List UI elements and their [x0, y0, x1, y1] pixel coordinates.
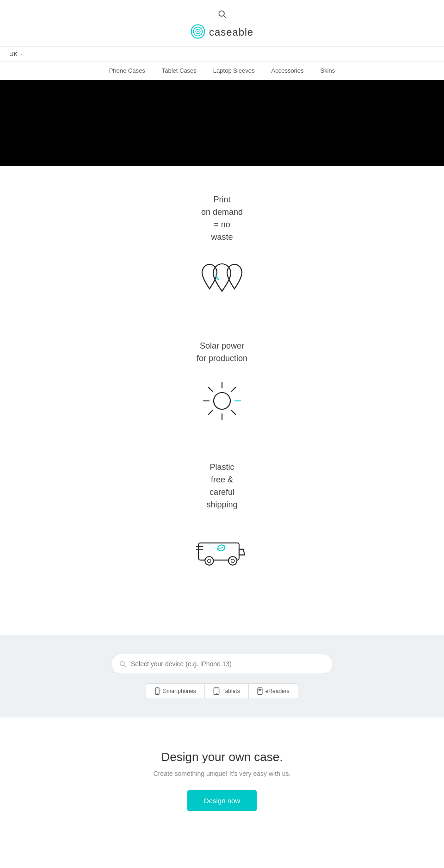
site-logo[interactable]: caseable — [191, 24, 253, 41]
locale-label: UK — [9, 50, 18, 57]
feature-title-print: Printon demand= nowaste — [201, 194, 243, 244]
ereader-icon — [257, 687, 263, 695]
eco-delivery-icon — [194, 524, 250, 570]
main-nav: Phone CasesTablet CasesLaptop SleevesAcc… — [0, 61, 444, 80]
device-search-section: Smartphones Tablets eReaders — [0, 635, 444, 718]
nav-item-accessories[interactable]: Accessories — [271, 67, 303, 74]
tab-ereaders[interactable]: eReaders — [249, 684, 298, 699]
svg-line-24 — [124, 665, 126, 667]
feature-print-on-demand: Printon demand= nowaste — [157, 194, 287, 303]
svg-point-19 — [208, 559, 211, 562]
features-section: Printon demand= nowaste Solar powerfor p… — [0, 166, 444, 635]
svg-line-1 — [224, 16, 226, 18]
svg-point-5 — [197, 31, 198, 32]
logo-text: caseable — [209, 26, 253, 38]
nav-item-phone-cases[interactable]: Phone Cases — [109, 67, 145, 74]
feature-title-solar: Solar powerfor production — [197, 340, 247, 365]
sun-icon — [194, 378, 250, 424]
nav-item-skins[interactable]: Skins — [321, 67, 335, 74]
tab-smartphones[interactable]: Smartphones — [146, 684, 204, 699]
design-section: Design your own case. Create something u… — [0, 718, 444, 834]
locale-selector[interactable]: UK › — [0, 46, 444, 61]
search-icon[interactable] — [217, 9, 227, 20]
chevron-right-icon: › — [20, 51, 22, 57]
svg-line-14 — [209, 411, 213, 415]
smartphone-icon — [154, 687, 160, 695]
svg-point-23 — [120, 662, 124, 666]
svg-rect-29 — [258, 688, 262, 694]
svg-line-13 — [232, 387, 236, 392]
bottom-decoration — [0, 834, 444, 868]
svg-line-11 — [209, 387, 213, 392]
design-now-button[interactable]: Design now — [187, 790, 257, 811]
hero-banner — [0, 80, 444, 166]
tab-tablets[interactable]: Tablets — [205, 684, 249, 699]
feature-title-plastic: Plasticfree &carefulshipping — [206, 461, 237, 511]
caseable-logo-icon — [191, 24, 205, 41]
tab-smartphones-label: Smartphones — [163, 688, 196, 694]
tab-ereaders-label: eReaders — [265, 688, 290, 694]
feature-plastic-free: Plasticfree &carefulshipping — [157, 461, 287, 570]
search-bar-icon — [119, 660, 126, 668]
design-subtitle: Create something unique! It's very easy … — [154, 770, 291, 777]
tablet-icon — [213, 687, 220, 695]
feature-solar-power: Solar powerfor production — [157, 340, 287, 424]
tab-tablets-label: Tablets — [222, 688, 240, 694]
svg-line-12 — [232, 411, 236, 415]
device-search-input[interactable] — [131, 660, 325, 668]
design-title: Design your own case. — [161, 750, 283, 764]
site-header: caseable UK › Phone CasesTablet CasesLap… — [0, 0, 444, 80]
svg-point-0 — [219, 11, 224, 16]
device-type-tabs: Smartphones Tablets eReaders — [146, 683, 298, 699]
nav-item-laptop-sleeves[interactable]: Laptop Sleeves — [213, 67, 255, 74]
device-search-bar[interactable] — [111, 654, 333, 674]
svg-point-6 — [214, 393, 230, 409]
nav-item-tablet-cases[interactable]: Tablet Cases — [162, 67, 197, 74]
svg-point-21 — [231, 559, 234, 562]
water-drops-icon — [194, 256, 250, 303]
